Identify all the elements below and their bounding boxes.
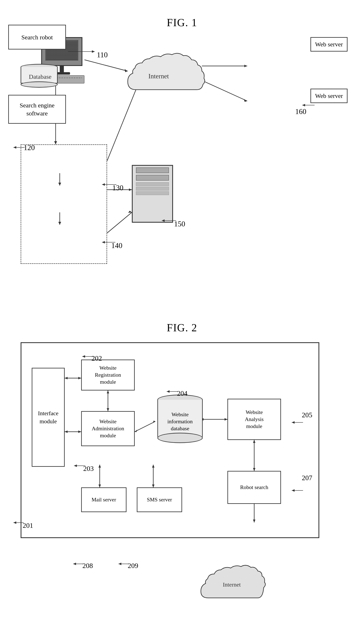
svg-marker-56	[253, 520, 256, 522]
interface-module: Interface module	[32, 368, 65, 467]
svg-marker-36	[78, 431, 81, 433]
label-208: 208	[82, 562, 93, 570]
svg-text:Internet: Internet	[223, 581, 240, 588]
label-120: 120	[24, 143, 35, 152]
svg-marker-33	[78, 377, 81, 379]
website-info-db: Website information database	[155, 395, 205, 448]
robot-search-box: Robot search	[228, 471, 281, 504]
svg-marker-60	[74, 465, 77, 467]
website-admin-box: Website Administration module	[81, 411, 135, 446]
svg-marker-72	[118, 563, 121, 565]
fig2-internet-cloud: Internet	[196, 561, 266, 610]
svg-marker-11	[129, 188, 132, 191]
svg-marker-41	[135, 430, 137, 432]
web-server-2: Web server	[310, 89, 348, 103]
arrow-205	[291, 419, 304, 426]
svg-marker-51	[98, 484, 101, 487]
svg-marker-68	[14, 521, 16, 524]
svg-marker-7	[244, 99, 247, 102]
svg-marker-58	[82, 355, 85, 358]
svg-marker-54	[152, 484, 154, 487]
label-202: 202	[92, 355, 102, 362]
server-slot-2	[136, 175, 169, 181]
server-slot-1	[136, 167, 169, 173]
svg-text:Internet: Internet	[148, 72, 169, 80]
website-analysis-box: Website Analysis module	[228, 399, 281, 440]
svg-marker-70	[73, 563, 76, 565]
svg-marker-32	[65, 377, 68, 379]
server-slot-5	[136, 191, 169, 195]
monitor-stand	[60, 66, 64, 72]
label-130: 130	[112, 183, 124, 192]
label-150: 150	[174, 220, 185, 228]
svg-line-6	[202, 80, 247, 101]
label-110: 110	[97, 51, 108, 59]
label-140: 140	[111, 241, 122, 250]
label-207: 207	[302, 474, 312, 482]
search-system-box	[20, 144, 107, 264]
database-cylinder: Database	[18, 64, 60, 89]
fig2-section: FIG. 2	[0, 322, 364, 635]
svg-marker-35	[65, 431, 68, 433]
svg-marker-64	[292, 421, 294, 424]
svg-line-40	[135, 421, 155, 432]
internet-cloud: Internet	[120, 49, 206, 110]
svg-marker-13	[128, 211, 132, 213]
svg-line-12	[107, 212, 132, 233]
svg-marker-66	[292, 489, 294, 492]
label-203: 203	[83, 465, 94, 473]
fig2-outer-box: Interface module Website Registration mo…	[20, 342, 319, 538]
web-server-1: Web server	[310, 37, 348, 52]
label-204: 204	[177, 390, 188, 397]
svg-marker-5	[244, 65, 247, 67]
website-reg-box: Website Registration module	[81, 360, 135, 391]
server-slot-4	[136, 187, 169, 190]
svg-marker-48	[253, 468, 256, 471]
svg-marker-38	[107, 391, 109, 393]
svg-marker-3	[54, 141, 57, 144]
search-engine-box: Search engine software	[8, 95, 66, 124]
svg-marker-45	[224, 418, 228, 421]
label-205: 205	[302, 411, 312, 419]
svg-marker-53	[152, 465, 154, 468]
svg-marker-39	[107, 408, 109, 411]
svg-marker-47	[253, 440, 256, 443]
mail-server-box: Mail server	[81, 487, 126, 512]
label-209: 209	[128, 562, 138, 570]
db-bottom	[158, 433, 203, 443]
svg-marker-42	[153, 421, 155, 423]
svg-marker-22	[302, 104, 305, 106]
server-slot-3	[136, 182, 169, 186]
label-201: 201	[23, 522, 33, 529]
fig1-section: FIG. 1	[0, 17, 364, 301]
svg-marker-62	[167, 390, 170, 393]
svg-marker-24	[14, 146, 16, 149]
svg-marker-50	[98, 465, 101, 468]
sms-server-box: SMS server	[137, 487, 182, 512]
page-container: { "fig1": { "title": "FIG. 1", "labels":…	[0, 0, 364, 635]
arrow-207	[291, 487, 304, 494]
search-robot-box: Search robot	[8, 25, 66, 50]
label-160: 160	[295, 107, 306, 116]
fig2-title: FIG. 2	[0, 322, 364, 334]
server-rack	[132, 165, 173, 223]
